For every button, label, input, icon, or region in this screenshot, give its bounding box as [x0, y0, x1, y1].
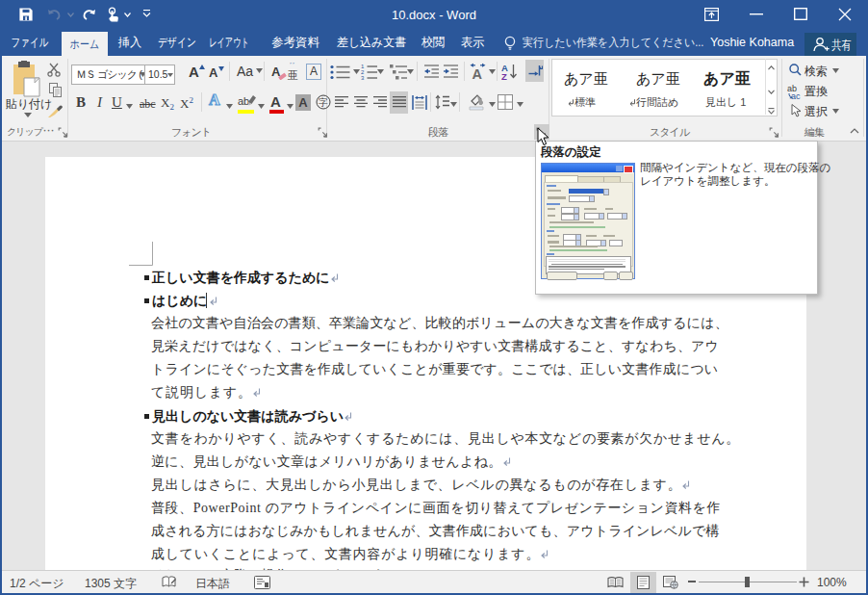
svg-text:A: A: [472, 66, 483, 81]
svg-text:ac: ac: [791, 91, 801, 99]
svg-text:3: 3: [361, 75, 365, 80]
svg-text:Z: Z: [501, 71, 507, 81]
svg-text:字: 字: [319, 97, 328, 108]
